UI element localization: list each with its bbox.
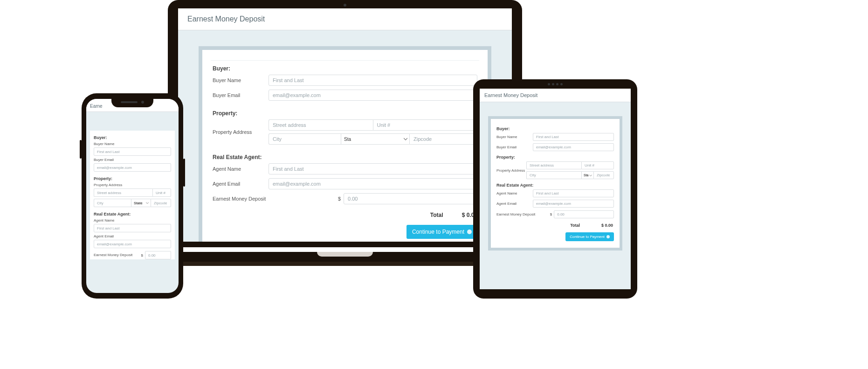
- buyer-name-label: Buyer Name: [94, 142, 171, 146]
- state-select[interactable]: Sta: [581, 171, 593, 179]
- form-card: Buyer: Buyer Name Buyer Email Property: …: [488, 116, 622, 251]
- zip-input[interactable]: [151, 199, 171, 207]
- deposit-amount-input[interactable]: [344, 193, 477, 204]
- buyer-email-label: Buyer Email: [213, 92, 269, 98]
- property-address-label: Property Address: [496, 168, 526, 173]
- city-input[interactable]: [269, 133, 341, 145]
- form-content: Buyer: Buyer Name Buyer Email Property:: [178, 30, 512, 242]
- property-heading: Property:: [496, 155, 614, 160]
- property-heading: Property:: [213, 110, 477, 117]
- currency-symbol: $: [141, 253, 143, 258]
- laptop-body: Earnest Money Deposit Buyer: Buyer Name …: [168, 0, 522, 247]
- buyer-email-input[interactable]: [94, 163, 171, 172]
- state-select[interactable]: State: [131, 199, 151, 207]
- buyer-section: Buyer: Buyer Name Buyer Email: [202, 61, 488, 105]
- agent-heading: Real Estate Agent:: [496, 183, 614, 188]
- property-address-label: Property Address: [94, 183, 171, 187]
- unit-input[interactable]: [581, 161, 614, 169]
- unit-input[interactable]: [373, 119, 478, 131]
- camera-icon: [344, 4, 346, 7]
- page-title: Earnest Money Deposit: [480, 89, 631, 102]
- buyer-heading: Buyer:: [496, 126, 614, 131]
- deposit-amount-input[interactable]: [145, 251, 171, 259]
- agent-email-input[interactable]: [533, 200, 614, 208]
- currency-symbol: $: [550, 212, 552, 216]
- buyer-section: Buyer: Buyer Name Buyer Email: [94, 135, 171, 172]
- property-address-label: Property Address: [213, 129, 269, 135]
- agent-name-label: Agent Name: [213, 166, 269, 172]
- agent-email-label: Agent Email: [213, 181, 269, 187]
- currency-symbol: $: [338, 196, 341, 202]
- zip-input[interactable]: [593, 171, 614, 179]
- agent-section: Real Estate Agent: Agent Name Agent Emai…: [496, 183, 614, 218]
- total-value: $ 0.00: [601, 223, 613, 228]
- sensor-icon: [548, 83, 563, 85]
- property-section: Property: Property Address Sta: [496, 155, 614, 179]
- deposit-label: Earnest Money Deposit: [213, 196, 338, 202]
- state-select[interactable]: Sta: [341, 133, 409, 145]
- agent-section: Real Estate Agent: Agent Name Agent Emai…: [202, 149, 488, 205]
- buyer-name-label: Buyer Name: [496, 135, 533, 139]
- buyer-heading: Buyer:: [94, 135, 171, 140]
- buyer-email-label: Buyer Email: [496, 145, 533, 149]
- agent-email-label: Agent Email: [496, 202, 533, 206]
- buyer-name-label: Buyer Name: [213, 77, 269, 83]
- form-card: Buyer: Buyer Name Buyer Email Property:: [199, 46, 491, 242]
- property-section: Property: Property Address Sta: [202, 105, 488, 149]
- tablet-screen: Earnest Money Deposit Buyer: Buyer Name …: [480, 89, 631, 289]
- buyer-heading: Buyer:: [213, 65, 477, 72]
- agent-heading: Real Estate Agent:: [213, 154, 477, 160]
- property-section: Property: Property Address State: [94, 176, 171, 207]
- page-title: Earnest Money Deposit: [178, 8, 512, 30]
- arrow-right-icon: [467, 230, 472, 234]
- property-heading: Property:: [94, 176, 171, 181]
- buyer-section: Buyer: Buyer Name Buyer Email: [496, 126, 614, 151]
- agent-name-label: Agent Name: [496, 191, 533, 195]
- buyer-name-input[interactable]: [533, 133, 614, 141]
- city-input[interactable]: [94, 199, 131, 207]
- phone-screen: Earne Buyer: Buyer Name Buyer Email Prop…: [86, 99, 179, 293]
- unit-input[interactable]: [152, 188, 171, 197]
- street-input[interactable]: [94, 188, 152, 197]
- agent-name-input[interactable]: [94, 224, 171, 232]
- tablet-device: Earnest Money Deposit Buyer: Buyer Name …: [473, 79, 637, 299]
- arrow-right-icon: [606, 235, 610, 238]
- buyer-name-input[interactable]: [94, 147, 171, 156]
- form-card: Buyer: Buyer Name Buyer Email Property: …: [90, 131, 175, 259]
- agent-name-input[interactable]: [269, 163, 477, 174]
- agent-email-input[interactable]: [269, 178, 477, 189]
- total-row: Total $ 0.00: [202, 205, 488, 220]
- agent-name-input[interactable]: [533, 189, 614, 197]
- total-label: Total: [430, 212, 443, 218]
- city-input[interactable]: [526, 171, 581, 179]
- deposit-label: Earnest Money Deposit: [496, 212, 550, 216]
- notch-icon: [111, 97, 153, 107]
- total-label: Total: [570, 223, 580, 228]
- agent-section: Real Estate Agent: Agent Name Agent Emai…: [94, 212, 171, 259]
- phone-device: Earne Buyer: Buyer Name Buyer Email Prop…: [82, 93, 183, 299]
- buyer-email-input[interactable]: [269, 90, 477, 101]
- agent-heading: Real Estate Agent:: [94, 212, 171, 216]
- agent-name-label: Agent Name: [94, 218, 171, 223]
- buyer-email-input[interactable]: [533, 143, 614, 151]
- cta-label: Continue to Payment: [412, 229, 464, 235]
- deposit-label: Earnest Money Deposit: [94, 253, 141, 258]
- continue-to-payment-button[interactable]: Continue to Payment: [565, 232, 614, 241]
- cta-label: Continue to Payment: [570, 235, 605, 239]
- buyer-name-input[interactable]: [269, 75, 477, 86]
- buyer-email-label: Buyer Email: [94, 158, 171, 162]
- total-row: Total $ 0.00: [496, 218, 614, 229]
- street-input[interactable]: [526, 161, 581, 169]
- laptop-screen: Earnest Money Deposit Buyer: Buyer Name …: [178, 8, 512, 242]
- agent-email-input[interactable]: [94, 240, 171, 248]
- continue-to-payment-button[interactable]: Continue to Payment: [406, 225, 477, 239]
- agent-email-label: Agent Email: [94, 234, 171, 238]
- deposit-amount-input[interactable]: [554, 210, 614, 218]
- zip-input[interactable]: [409, 133, 477, 145]
- street-input[interactable]: [269, 119, 373, 131]
